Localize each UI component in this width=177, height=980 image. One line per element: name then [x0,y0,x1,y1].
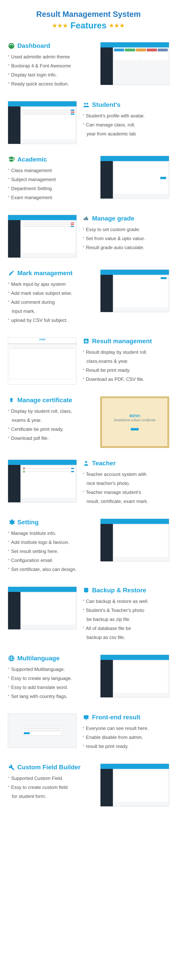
title-text: Teacher [92,460,116,467]
list-item: Class management [8,167,94,174]
list-item: input mark. [8,308,94,315]
section-title-setting: Setting [8,519,94,526]
section-title-custom: Custom Field Builder [8,764,94,771]
list-item: Configuration email. [8,557,94,564]
features-subtitle: ★★★ Features ★★★ [52,21,125,30]
title-text: Manage grade [92,215,134,222]
grade-icon [83,215,90,222]
list-item: Display last login info. [8,72,94,78]
list-item: year from academic tab [83,130,169,137]
screenshot-custom [100,764,169,807]
section-title-certificate: Manage certificate [8,396,94,404]
svg-rect-3 [87,218,88,220]
certificate-icon [8,396,15,404]
list-item: Supported Multilanguage. [8,666,94,673]
screenshot-certificate: ⚙RMSInstallation school certificate [100,396,169,448]
svg-rect-2 [86,216,87,220]
title-text: Dashboard [17,42,50,49]
section-academic: Academic Class management Subject manage… [0,150,177,209]
pencil-icon [8,269,15,277]
list-item: nice teacher's photo. [83,480,169,487]
screenshot-dashboard [100,42,169,85]
section-mark: Mark management Mark input by ajax syste… [0,264,177,332]
section-multilang: Multilanguage Supported Multilanguage. E… [0,649,177,708]
list-item: Essy to create any language. [8,675,94,682]
list-item: Download as PDF, CSV file. [83,376,169,383]
section-setting: Setting Manage Institute info. Add insti… [0,513,177,581]
feature-list: Supported Multilanguage. Essy to create … [8,666,94,700]
list-item: Teacher manage student's [83,489,169,496]
screenshot-frontend [8,714,77,748]
feature-list: Supported Custom Field. Essy to create c… [8,775,94,800]
section-title-grade: Manage grade [83,215,169,222]
list-item: exams & year. [8,417,94,424]
subtitle-text: Features [71,21,106,30]
feature-list: Display by student roll, class, exams & … [8,408,94,442]
screenshot-multilang [100,655,169,698]
title-text: Front-end result [92,714,140,721]
title-text: Backup & Restore [92,587,146,594]
database-icon [83,587,90,594]
list-item: Essy to create custom field [8,784,94,791]
list-item: Essy to set custom grade. [83,226,169,233]
list-item: Result be print ready. [83,367,169,374]
feature-list: Can backup & restore as well. Student's … [83,598,169,641]
section-title-result: Result management [83,337,169,345]
list-item: Result grade auto calculate. [83,244,169,251]
list-item: Subject management [8,176,94,183]
section-title-academic: Academic [8,156,94,163]
title-text: Result management [92,337,152,345]
list-item: Add comment during [8,299,94,306]
svg-point-4 [10,398,13,401]
list-item: Set lang with country flags. [8,693,94,700]
list-item: All of database file be [83,625,169,632]
list-item: Display by student roll, class, [8,408,94,415]
list-item: Set certificate, also can design. [8,566,94,573]
list-item: Student's profile with avatar. [83,112,169,119]
list-item: Teacher account system with [83,471,169,478]
list-item: Can backup & restore as well. [83,598,169,605]
feature-list: Everyone can see result here. Enable dis… [83,725,169,750]
screenshot-academic [100,156,169,199]
list-item: result, certificate, exam mark. [83,498,169,505]
list-item: Used adminlte admin theme [8,53,94,60]
svg-rect-0 [84,218,85,220]
title-text: Multilanguage [17,655,60,662]
list-item: Exam management [8,194,94,201]
title-text: Custom Field Builder [17,764,80,771]
list-item: Bootsrap 4 & Font Awesome [8,62,94,69]
section-students: Student's Student's profile with avatar.… [0,95,177,150]
title-text: Setting [17,519,39,526]
screenshot-mark [100,269,169,312]
teacher-icon [83,460,90,467]
screenshot-result: ⚙RMS [8,337,77,385]
page-title: Result Management System [4,10,173,19]
list-item: be backup as zip file. [83,616,169,623]
dashboard-icon [8,42,15,49]
list-item: Supported Custom Field. [8,775,94,782]
section-teacher: Teacher Teacher account system with nice… [0,454,177,513]
list-item: Enable disable from admin. [83,734,169,741]
section-result: Result management Result display by stud… [0,332,177,391]
list-item: Add mark value subject wise. [8,290,94,297]
section-title-frontend: Front-end result [83,714,169,721]
frontend-icon [83,714,90,721]
feature-list: Used adminlte admin theme Bootsrap 4 & F… [8,53,94,88]
feature-list: Mark input by ajax system Add mark value… [8,281,94,324]
gear-icon [8,519,15,526]
feature-list: Essy to set custom grade. Set from value… [83,226,169,251]
list-item: Add institute logo & favicon. [8,539,94,546]
section-title-students: Student's [83,101,169,108]
list-item: Set from value & upto value. [83,235,169,242]
svg-rect-7 [84,715,88,719]
feature-list: Class management Subject management Depa… [8,167,94,201]
feature-list: Manage Institute info. Add institute log… [8,530,94,573]
screenshot-students [8,101,77,144]
section-backup: Backup & Restore Can backup & restore as… [0,581,177,649]
section-title-backup: Backup & Restore [83,587,169,594]
section-dashboard: Dashboard Used adminlte admin theme Boot… [0,36,177,95]
list-item: Result display by student roll. [83,349,169,356]
student-icon [83,101,90,108]
tools-icon [8,764,15,771]
screenshot-backup [8,587,77,630]
